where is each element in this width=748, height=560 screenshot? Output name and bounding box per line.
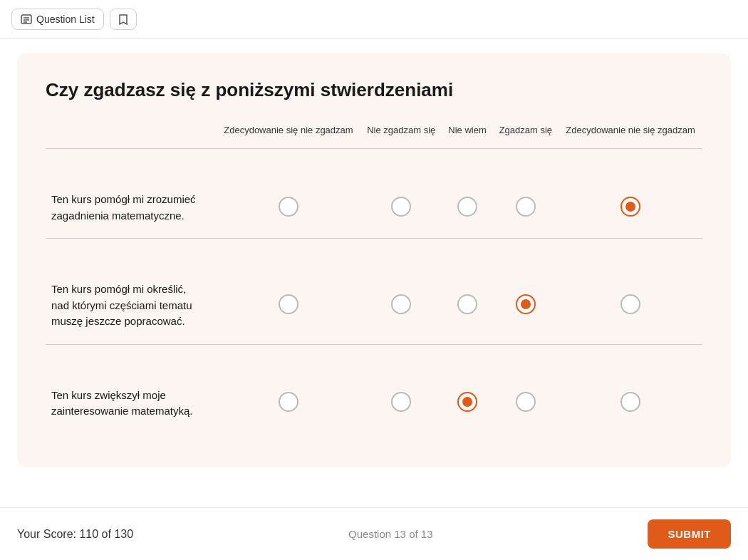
radio-cell-r1-c4[interactable] <box>493 177 559 239</box>
table-row: Ten kurs zwiększył moje zainteresowanie … <box>46 373 702 434</box>
radio-r2-c1[interactable] <box>279 294 298 314</box>
divider-row <box>46 239 702 268</box>
radio-r2-c2[interactable] <box>391 294 411 314</box>
col-3-header: Nie wiem <box>442 124 493 149</box>
col-4-header: Zgadzam się <box>493 124 559 149</box>
bookmark-icon <box>118 14 129 25</box>
question-counter: Question 13 of 13 <box>348 528 432 540</box>
radio-r3-c3[interactable] <box>457 392 477 412</box>
column-headers: Zdecydowanie się nie zgadzam Nie zgadzam… <box>46 124 702 149</box>
col-5-header: Zdecydowanie nie się zgadzam <box>559 124 702 149</box>
radio-cell-r2-c4[interactable] <box>493 267 559 344</box>
app-container: Question List Czy zgadzasz się z poniższ… <box>0 0 748 560</box>
col-2-header: Nie zgadzam się <box>360 124 442 149</box>
row-label: Ten kurs pomógł mi zrozumieć zagadnienia… <box>46 177 217 239</box>
radio-r2-c3[interactable] <box>457 294 477 314</box>
radio-cell-r1-c2[interactable] <box>360 177 442 239</box>
radio-r2-c5[interactable] <box>620 294 640 314</box>
col-1-header: Zdecydowanie się nie zgadzam <box>217 124 360 149</box>
radio-r1-c2[interactable] <box>391 197 411 217</box>
radio-r3-c4[interactable] <box>516 392 536 412</box>
radio-cell-r2-c1[interactable] <box>217 267 360 344</box>
likert-table: Zdecydowanie się nie zgadzam Nie zgadzam… <box>46 124 702 434</box>
list-icon <box>21 14 32 25</box>
table-row: Ten kurs pomógł mi określić, nad którymi… <box>46 267 702 344</box>
top-bar: Question List <box>0 0 748 39</box>
radio-r1-c3[interactable] <box>457 197 477 217</box>
radio-cell-r1-c1[interactable] <box>217 177 360 239</box>
question-list-label: Question List <box>36 14 95 25</box>
radio-r1-c5[interactable] <box>620 197 640 217</box>
divider-row <box>46 344 702 373</box>
radio-cell-r3-c1[interactable] <box>217 373 360 434</box>
table-row: Ten kurs pomógł mi zrozumieć zagadnienia… <box>46 177 702 239</box>
col-label-header <box>46 124 217 149</box>
radio-cell-r3-c3[interactable] <box>442 373 493 434</box>
score-text: Your Score: 110 of 130 <box>17 528 133 541</box>
main-content: Czy zgadzasz się z poniższymi stwierdzen… <box>0 39 748 507</box>
radio-r1-c4[interactable] <box>516 197 536 217</box>
radio-r1-c1[interactable] <box>279 197 298 217</box>
radio-cell-r3-c5[interactable] <box>559 373 702 434</box>
radio-r2-c4[interactable] <box>516 294 536 314</box>
radio-r3-c5[interactable] <box>620 392 640 412</box>
bookmark-button[interactable] <box>110 9 137 30</box>
radio-cell-r3-c2[interactable] <box>360 373 442 434</box>
radio-cell-r1-c3[interactable] <box>442 177 493 239</box>
radio-cell-r2-c2[interactable] <box>360 267 442 344</box>
radio-cell-r3-c4[interactable] <box>493 373 559 434</box>
row-label: Ten kurs pomógł mi określić, nad którymi… <box>46 267 217 344</box>
divider-row <box>46 149 702 178</box>
submit-button[interactable]: SUBMIT <box>648 519 731 549</box>
question-title: Czy zgadzasz się z poniższymi stwierdzen… <box>46 79 702 101</box>
radio-cell-r2-c5[interactable] <box>559 267 702 344</box>
radio-cell-r2-c3[interactable] <box>442 267 493 344</box>
question-card: Czy zgadzasz się z poniższymi stwierdzen… <box>17 53 731 467</box>
bottom-bar: Your Score: 110 of 130 Question 13 of 13… <box>0 507 748 560</box>
radio-r3-c1[interactable] <box>279 392 298 412</box>
radio-cell-r1-c5[interactable] <box>559 177 702 239</box>
radio-r3-c2[interactable] <box>391 392 411 412</box>
question-list-button[interactable]: Question List <box>11 9 104 30</box>
row-label: Ten kurs zwiększył moje zainteresowanie … <box>46 373 217 434</box>
